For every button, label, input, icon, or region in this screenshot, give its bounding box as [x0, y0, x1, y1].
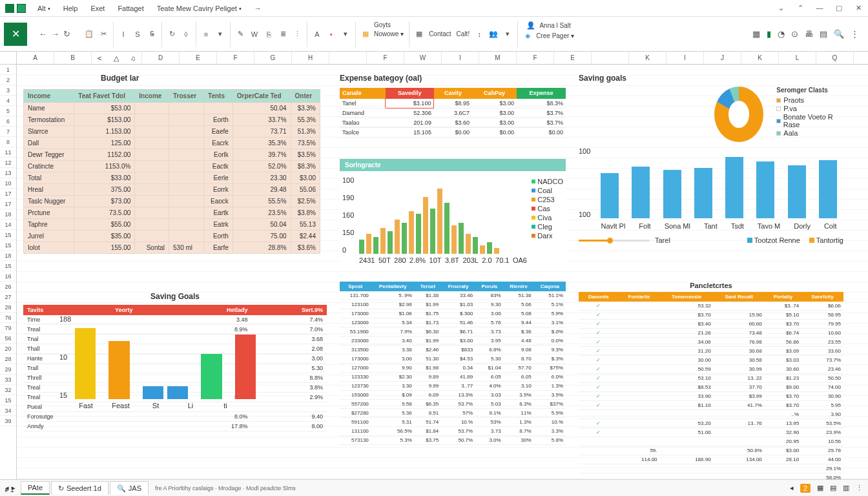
menu-more[interactable]: →	[248, 5, 268, 12]
col-header[interactable]	[329, 52, 367, 64]
row-header[interactable]: 6	[0, 116, 16, 127]
layout-icon[interactable]: ▤	[820, 29, 827, 39]
row-header[interactable]: 15	[0, 395, 16, 406]
align-left-icon[interactable]: ≡	[202, 30, 211, 39]
close-icon[interactable]: ✕	[854, 4, 863, 12]
row-header[interactable]: 4	[0, 96, 16, 106]
layer-icon[interactable]: ◈	[523, 32, 532, 41]
strike-icon[interactable]: S̶	[147, 30, 156, 39]
crop-icon[interactable]: ◊	[181, 30, 191, 39]
col-header[interactable]: I	[666, 52, 704, 64]
win-up-icon[interactable]: ⌃	[796, 4, 805, 12]
row-header[interactable]: 13	[0, 168, 16, 178]
col-header[interactable]: E	[180, 52, 217, 64]
col-header[interactable]: B	[54, 52, 92, 64]
row-header[interactable]: 3	[0, 85, 16, 96]
row-header[interactable]: 16	[0, 271, 16, 282]
select-all-corner[interactable]	[0, 52, 17, 64]
col-header[interactable]: K	[741, 52, 779, 64]
row-header[interactable]: 11	[0, 147, 16, 158]
underline-icon[interactable]: S	[133, 30, 142, 39]
row-header[interactable]: 17	[0, 189, 16, 199]
row-header[interactable]: 14	[0, 220, 16, 230]
more-icon[interactable]: ▾	[503, 30, 512, 39]
row-header[interactable]: 26	[0, 282, 16, 292]
goals-slider[interactable]	[579, 240, 650, 242]
file-tab[interactable]: ✕	[4, 23, 27, 46]
italic-icon[interactable]: I	[119, 30, 128, 39]
row-header[interactable]: 5	[0, 106, 16, 116]
col-header[interactable]: F	[217, 52, 254, 64]
row-header[interactable]: 15	[0, 230, 16, 240]
indent-icon[interactable]: ≣	[278, 30, 287, 39]
col-header[interactable]: A	[17, 52, 54, 64]
clock-icon[interactable]: ◔	[778, 29, 785, 39]
row-header[interactable]: 2	[0, 75, 16, 85]
row-header[interactable]: 79	[0, 323, 16, 333]
col-header[interactable]: L	[779, 52, 816, 64]
col-header[interactable]: F	[367, 52, 404, 64]
col-header[interactable]: H	[292, 52, 329, 64]
menu-alt[interactable]: Alt •	[31, 5, 57, 12]
col-header[interactable]: J	[704, 52, 741, 64]
fill-icon[interactable]: ▪	[327, 30, 336, 39]
row-header[interactable]: 20	[0, 344, 16, 354]
col-header[interactable]: G	[254, 52, 292, 64]
sheet-tab[interactable]: PAte	[21, 481, 50, 495]
view-layout-icon[interactable]: ▤	[830, 484, 836, 492]
row-header[interactable]: 28	[0, 302, 16, 313]
minimize-icon[interactable]: —	[815, 4, 824, 12]
menu-exet[interactable]: Exet	[84, 5, 111, 12]
win-down-icon[interactable]: ⌄	[776, 4, 785, 12]
col-header[interactable]: F	[517, 52, 554, 64]
chart-icon[interactable]: ▦	[361, 30, 370, 39]
view-break-icon[interactable]: ▥	[843, 484, 849, 492]
menu-help[interactable]: Help	[57, 5, 85, 12]
row-header[interactable]: 29	[0, 364, 16, 375]
view-normal-icon[interactable]: ▦	[817, 484, 823, 492]
target-icon[interactable]: ⊙	[791, 29, 798, 39]
maximize-icon[interactable]: ▢	[834, 4, 843, 12]
cut-icon[interactable]: ✂	[99, 30, 108, 39]
row-header[interactable]: 39	[0, 416, 16, 426]
align-center-icon[interactable]: ▾	[216, 30, 225, 39]
col-header[interactable]: E	[554, 52, 592, 64]
row-header[interactable]: 27	[0, 292, 16, 302]
page-number[interactable]: 2	[800, 484, 811, 493]
col-header[interactable]: W	[404, 52, 442, 64]
row-header[interactable]: 34	[0, 406, 16, 416]
person-icon[interactable]: 👤	[526, 21, 535, 30]
row-header[interactable]: 15	[0, 240, 16, 251]
status-more-icon[interactable]: ⋮	[856, 484, 863, 492]
calt-button[interactable]: Calt!	[457, 30, 470, 37]
list-icon[interactable]: ⋮	[293, 30, 302, 39]
row-header[interactable]: 7	[0, 127, 16, 137]
forward-icon[interactable]: →	[51, 29, 59, 39]
row-header[interactable]: 10	[0, 178, 16, 189]
row-header[interactable]: 18	[0, 251, 16, 261]
sheet-tab[interactable]: 🔍JAS	[110, 481, 149, 495]
row-header[interactable]: 1	[0, 65, 16, 75]
sheet-canvas[interactable]: Budget lar IncomeTeat Favet TdolIncomeTr…	[17, 65, 868, 479]
row-header[interactable]: 28	[0, 354, 16, 364]
col-header[interactable]: <△♫	[92, 52, 142, 64]
pencil-icon[interactable]: ✎	[236, 30, 245, 39]
status-left-icon[interactable]: ◂	[790, 484, 794, 492]
overflow-icon[interactable]: ⋮	[851, 29, 859, 39]
row-header[interactable]: 32	[0, 385, 16, 395]
dropdown-icon[interactable]: ▾	[341, 30, 350, 39]
col-header[interactable]: K	[629, 52, 666, 64]
col-header[interactable]: D	[142, 52, 180, 64]
row-header[interactable]: 33	[0, 375, 16, 385]
people-icon[interactable]: 👥	[489, 30, 498, 39]
wrap-icon[interactable]: W	[250, 30, 259, 39]
sheet-tab[interactable]: ↻Seedert 1d	[51, 481, 108, 495]
print-icon[interactable]: 🖶	[805, 29, 813, 39]
cree-button[interactable]: Cree Pager ▾	[536, 32, 574, 39]
row-header[interactable]: 12	[0, 158, 16, 168]
table-view-icon[interactable]: ▦	[752, 29, 760, 39]
row-header[interactable]: 18	[0, 209, 16, 220]
rotate-icon[interactable]: ↻	[167, 30, 176, 39]
menu-fattaget[interactable]: Fattaget	[111, 5, 150, 12]
back-icon[interactable]: ←	[39, 29, 47, 39]
